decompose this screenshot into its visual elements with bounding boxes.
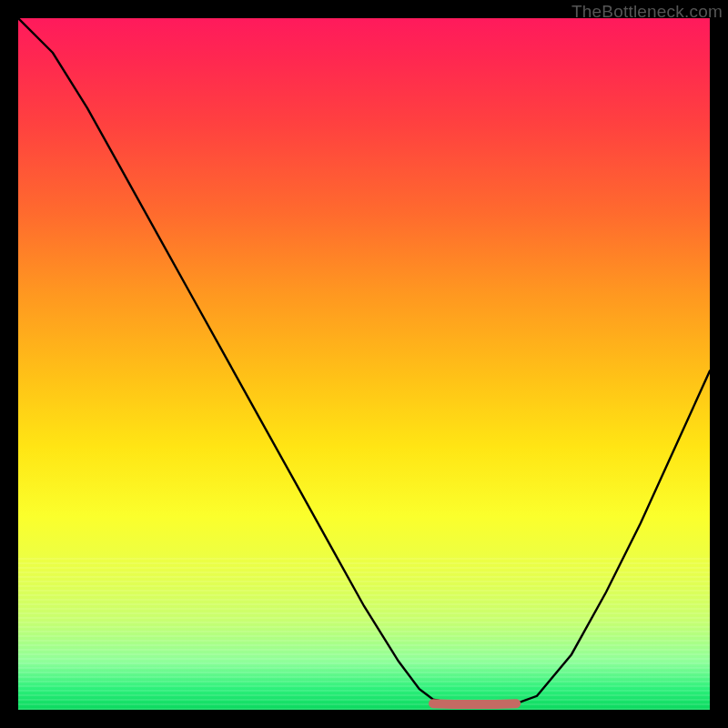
bottleneck-curve [18,18,710,704]
optimal-zone-marker [433,703,516,704]
watermark-text: TheBottleneck.com [571,2,723,22]
chart-canvas: TheBottleneck.com [0,0,728,728]
plot-area [18,18,710,710]
curve-layer [18,18,710,710]
